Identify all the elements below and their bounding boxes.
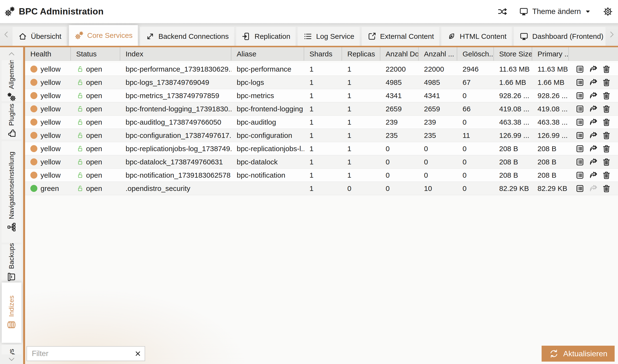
row-delete-button[interactable]: [602, 78, 611, 87]
tab-external-content[interactable]: External Content: [362, 27, 439, 46]
sidebar-item-ys[interactable]: ys: [2, 345, 21, 354]
column-header-docs_total[interactable]: Anzahl ...: [419, 47, 457, 61]
index-cell: bpc-configuration_17387497617...: [120, 129, 232, 142]
tab-übersicht[interactable]: Übersicht: [13, 27, 67, 46]
row-details-button[interactable]: [575, 91, 585, 101]
status-cell: open: [71, 182, 120, 195]
document-import-icon: [242, 32, 251, 41]
column-header-store[interactable]: Store Size: [494, 47, 532, 61]
row-details-button[interactable]: [575, 104, 585, 114]
row-delete-button[interactable]: [602, 64, 611, 74]
row-delete-button[interactable]: [602, 170, 611, 180]
column-header-index[interactable]: Index: [120, 47, 232, 61]
row-share-button[interactable]: [588, 78, 598, 87]
docs-count-cell: 239: [380, 116, 419, 129]
column-header-shards[interactable]: Shards: [304, 47, 342, 61]
primary-size-cell: 208 B: [532, 142, 569, 155]
share-forward-icon: [588, 184, 598, 193]
external-link-icon: [367, 32, 377, 41]
row-delete-button[interactable]: [602, 91, 611, 101]
row-details-button[interactable]: [575, 78, 585, 87]
store-size-cell: 82.29 KB: [494, 182, 532, 195]
settings-button[interactable]: [603, 6, 613, 17]
index-cell: bpc-auditlog_1738749766050: [120, 116, 232, 129]
alias-cell: bpc-auditlog: [232, 116, 304, 129]
row-actions: [569, 103, 618, 115]
row-delete-button[interactable]: [602, 104, 611, 114]
column-header-alias[interactable]: Aliase: [232, 47, 304, 61]
row-share-button[interactable]: [588, 157, 598, 167]
health-label: yellow: [40, 131, 61, 140]
row-delete-button[interactable]: [602, 144, 611, 154]
replicas-cell: 1: [342, 169, 380, 182]
sidebar-scroll-up-button[interactable]: [0, 49, 23, 59]
health-dot: [30, 158, 37, 165]
primary-size-cell: 82.29 KB: [532, 182, 569, 195]
row-details-button[interactable]: [575, 144, 585, 154]
row-delete-button[interactable]: [602, 157, 611, 167]
column-header-primary[interactable]: Primary ...: [532, 47, 569, 61]
tab-replication[interactable]: Replication: [236, 27, 296, 46]
sidebar-item-indizes[interactable]: Indizes: [2, 283, 21, 343]
alias-cell: bpc-notification: [232, 169, 304, 182]
status-label: open: [86, 65, 102, 73]
theme-switcher-button[interactable]: Theme ändern: [519, 7, 592, 17]
sidebar-item-plugins[interactable]: Plugins: [2, 103, 21, 139]
tab-html-content[interactable]: HTML Content: [441, 27, 512, 46]
shards-cell: 1: [304, 89, 342, 102]
lock-open-icon: [76, 145, 84, 153]
row-share-button[interactable]: [588, 170, 598, 180]
column-header-docs[interactable]: Anzahl Dok: [380, 47, 419, 61]
row-share-button[interactable]: [588, 104, 598, 114]
row-actions: [569, 63, 618, 76]
column-header-replicas[interactable]: Replicas: [342, 47, 380, 61]
tab-log-service[interactable]: Log Service: [298, 27, 359, 46]
sidebar-item-navigationseinstellung[interactable]: Navigationseinstellung: [2, 141, 21, 243]
pen-nib-icon: [447, 32, 456, 41]
row-details-button[interactable]: [575, 117, 585, 127]
filter-field-wrap: [26, 346, 145, 361]
refresh-button[interactable]: Aktualisieren: [541, 346, 615, 362]
sidebar-item-allgemein[interactable]: Allgemein: [2, 60, 21, 101]
gear-icon: [603, 6, 613, 17]
tab-backend-connections[interactable]: Backend Connections: [140, 27, 234, 46]
row-details-button[interactable]: [575, 157, 585, 167]
tabs-scroll-left-button[interactable]: [0, 23, 13, 46]
shuffle-button[interactable]: [497, 6, 508, 17]
docs-count-cell: 4985: [380, 76, 419, 89]
row-delete-button[interactable]: [602, 131, 611, 140]
docs-count-cell: 235: [380, 129, 419, 142]
row-details-button[interactable]: [575, 131, 585, 140]
status-label: open: [86, 171, 102, 179]
column-header-deleted[interactable]: Gelösch...: [457, 47, 494, 61]
row-delete-button[interactable]: [602, 117, 611, 127]
row-share-button[interactable]: [588, 91, 598, 101]
lock-open-icon: [76, 65, 84, 73]
column-header-status[interactable]: Status: [71, 47, 120, 61]
filter-input[interactable]: [26, 346, 145, 361]
lock-open-icon: [76, 184, 84, 192]
sidebar-scroll-down-button[interactable]: [0, 354, 23, 364]
row-details-button[interactable]: [575, 64, 585, 74]
row-delete-button[interactable]: [602, 184, 611, 193]
lock-open-icon: [76, 78, 84, 86]
tab-dashboard-frontend[interactable]: Dashboard (Frontend): [514, 27, 605, 46]
column-header-actions[interactable]: [569, 47, 618, 61]
row-share-button[interactable]: [588, 144, 598, 154]
chevron-down-icon: [7, 355, 16, 363]
row-details-button[interactable]: [575, 170, 585, 180]
table-row: yellowopenbpc-logs_1738749769049bpc-logs…: [25, 76, 618, 89]
row-details-button[interactable]: [575, 184, 585, 193]
row-share-button[interactable]: [588, 117, 598, 127]
clear-filter-button[interactable]: [134, 350, 142, 357]
tab-core-services[interactable]: Core Services: [69, 25, 138, 46]
row-share-button[interactable]: [588, 131, 598, 140]
row-share-button[interactable]: [588, 64, 598, 74]
puzzle-icon: [7, 129, 17, 139]
tabs-scroll-right-button[interactable]: [605, 23, 618, 46]
sidebar-item-backups[interactable]: Backups: [2, 245, 21, 281]
status-cell: open: [71, 76, 120, 89]
home-icon: [18, 32, 27, 41]
column-header-health[interactable]: Health: [25, 47, 71, 61]
details-list-icon: [575, 104, 585, 114]
